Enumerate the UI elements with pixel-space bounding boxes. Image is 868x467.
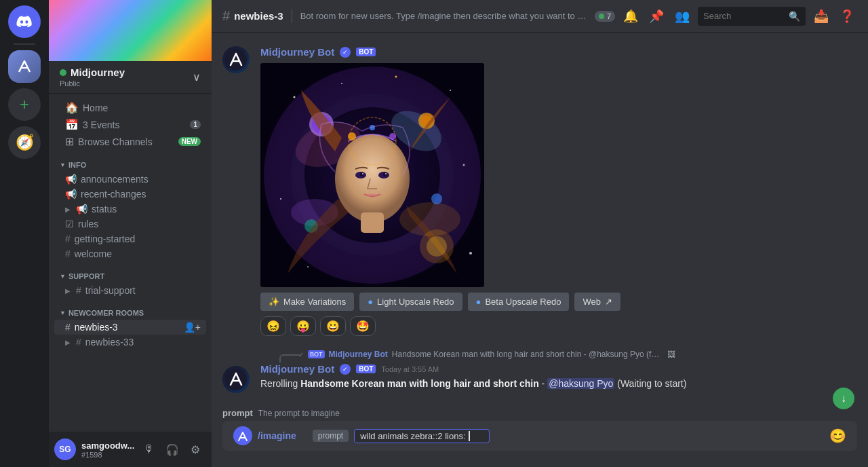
- reactions-row: 😖 😛 😀 🤩: [260, 316, 857, 336]
- user-avatar: SG: [54, 438, 76, 460]
- channel-getting-started[interactable]: # getting-started: [54, 231, 206, 246]
- server-list: + 🧭: [0, 0, 49, 467]
- help-header-icon[interactable]: ❓: [837, 6, 857, 26]
- light-upscale-icon: ●: [368, 297, 373, 307]
- channel-recent-changes[interactable]: 📢 recent-changes: [54, 187, 206, 202]
- trial-support-icon: #: [76, 285, 81, 296]
- bot-badge-2: BOT: [356, 365, 376, 373]
- server-icon-midjourney[interactable]: [8, 50, 41, 83]
- make-variations-label: Make Variations: [283, 297, 346, 307]
- command-value-input[interactable]: wild animals zebra::2 lions:: [354, 429, 490, 443]
- svg-point-8: [294, 96, 296, 98]
- ref-bot-badge: BOT: [308, 350, 325, 358]
- home-label: Home: [83, 102, 108, 113]
- scroll-to-bottom-button[interactable]: ↓: [833, 388, 854, 409]
- recent-changes-icon: 📢: [65, 189, 77, 200]
- web-button[interactable]: Web ↗: [574, 293, 620, 311]
- make-variations-button[interactable]: ✨ Make Variations: [260, 293, 354, 311]
- header-actions: 7 🔔 📌 👥 🔍 📥 ❓: [595, 6, 857, 26]
- server-name: Midjourney: [60, 67, 125, 78]
- category-info[interactable]: ▼ INFO: [49, 150, 212, 172]
- pin-header-icon[interactable]: 📌: [646, 6, 667, 26]
- channel-rules[interactable]: ☑ rules: [54, 217, 206, 231]
- channel-list: 🏠 Home 📅 3 Events 1 ⊞ Browse Channels NE…: [49, 94, 212, 432]
- category-support-label: SUPPORT: [68, 272, 104, 280]
- mention-haksung[interactable]: @haksung Pyo: [547, 378, 614, 389]
- svg-point-15: [341, 83, 342, 84]
- light-upscale-label: Light Upscale Redo: [377, 297, 454, 307]
- server-menu-chevron[interactable]: ∨: [193, 71, 201, 83]
- reaction-star-struck[interactable]: 🤩: [350, 316, 376, 336]
- svg-point-13: [307, 266, 309, 267]
- message-image-1[interactable]: [260, 63, 484, 287]
- explore-button[interactable]: 🧭: [8, 126, 41, 159]
- message-author-2[interactable]: Midjourney Bot: [260, 363, 334, 375]
- members-header-icon[interactable]: 👥: [672, 6, 692, 26]
- channel-announcements[interactable]: 📢 announcements: [54, 172, 206, 187]
- message-author-1[interactable]: Midjourney Bot: [260, 46, 334, 58]
- ref-image-icon: 🖼: [667, 350, 675, 359]
- message-image-inner: [260, 63, 484, 287]
- make-variations-icon: ✨: [269, 297, 279, 307]
- category-support[interactable]: ▼ SUPPORT: [49, 261, 212, 283]
- channel-newbies-33[interactable]: ▶ # newbies-33: [54, 335, 206, 350]
- midjourney-bot-avatar-2: [222, 366, 250, 393]
- user-name: samgoodw...: [81, 441, 136, 451]
- category-newcomer-arrow: ▼: [60, 310, 66, 316]
- home-nav-item[interactable]: 🏠 Home: [54, 99, 206, 116]
- svg-point-32: [389, 133, 396, 140]
- reaction-frustrated[interactable]: 😖: [260, 316, 286, 336]
- channel-trial-support[interactable]: ▶ # trial-support: [54, 283, 206, 298]
- settings-button[interactable]: ⚙: [184, 438, 206, 460]
- input-area: /imagine prompt wild animals zebra::2 li…: [212, 421, 868, 467]
- rules-icon: ☑: [65, 219, 74, 229]
- message-reference: ✓ BOT Midjourney Bot Handsome Korean man…: [260, 350, 857, 359]
- channel-welcome[interactable]: # welcome: [54, 246, 206, 261]
- prompt-hint-text: The prompt to imagine: [258, 409, 340, 418]
- beta-upscale-icon: ●: [476, 297, 481, 307]
- add-server-button[interactable]: +: [8, 88, 41, 121]
- message-input-box[interactable]: /imagine prompt wild animals zebra::2 li…: [222, 421, 857, 451]
- ref-verified-icon: ✓: [298, 351, 304, 358]
- svg-point-14: [395, 76, 397, 78]
- channel-sidebar: Midjourney Public ∨ 🏠 Home 📅 3 Events 1 …: [49, 0, 212, 467]
- cursor: [467, 431, 471, 441]
- verified-badge-2: ✓: [340, 364, 351, 375]
- inbox-header-icon[interactable]: 📥: [811, 6, 831, 26]
- recent-changes-label: recent-changes: [81, 189, 146, 200]
- category-newcomer-rooms[interactable]: ▼ NEWCOMER ROOMS: [49, 298, 212, 320]
- search-input[interactable]: [703, 11, 785, 21]
- newbies-33-label: newbies-33: [85, 337, 134, 348]
- server-header[interactable]: Midjourney Public ∨: [49, 61, 212, 94]
- channel-status[interactable]: ▶ 📢 status: [54, 202, 206, 217]
- channel-hash-icon: #: [222, 8, 230, 24]
- light-upscale-redo-button[interactable]: ● Light Upscale Redo: [359, 293, 462, 311]
- channel-newbies-3[interactable]: # newbies-3 👤+: [54, 320, 206, 335]
- beta-upscale-redo-button[interactable]: ● Beta Upscale Redo: [468, 293, 570, 311]
- events-nav-item[interactable]: 📅 3 Events 1: [54, 116, 206, 133]
- bot-badge-1: BOT: [356, 48, 376, 56]
- add-member-icon[interactable]: 👤+: [184, 322, 201, 333]
- category-info-arrow: ▼: [60, 162, 66, 168]
- channel-header-name: # newbies-3: [222, 8, 283, 24]
- input-right-controls: 😊: [829, 428, 846, 444]
- events-icon: 📅: [65, 118, 79, 131]
- reaction-tongue[interactable]: 😛: [290, 316, 316, 336]
- main-content: # newbies-3 Bot room for new users. Type…: [212, 0, 868, 467]
- action-buttons-row: ✨ Make Variations ● Light Upscale Redo ●…: [260, 293, 857, 311]
- events-label: 3 Events: [83, 119, 119, 130]
- bell-header-icon[interactable]: 🔔: [620, 6, 641, 26]
- prompt-hint-bar: prompt The prompt to imagine: [212, 407, 868, 421]
- mic-button[interactable]: 🎙: [138, 438, 160, 460]
- emoji-picker-button[interactable]: 😊: [829, 428, 846, 444]
- browse-channels-label: Browse Channels: [78, 136, 153, 147]
- reaction-grin[interactable]: 😀: [320, 316, 346, 336]
- discord-home-button[interactable]: [8, 5, 41, 38]
- svg-point-31: [348, 132, 356, 141]
- browse-channels-nav-item[interactable]: ⊞ Browse Channels NEW: [54, 133, 206, 150]
- headset-button[interactable]: 🎧: [161, 438, 183, 460]
- server-public-label: Public: [60, 79, 125, 88]
- welcome-label: welcome: [75, 248, 112, 259]
- search-box[interactable]: 🔍: [698, 7, 806, 26]
- message-timestamp-2: Today at 3:55 AM: [381, 365, 439, 373]
